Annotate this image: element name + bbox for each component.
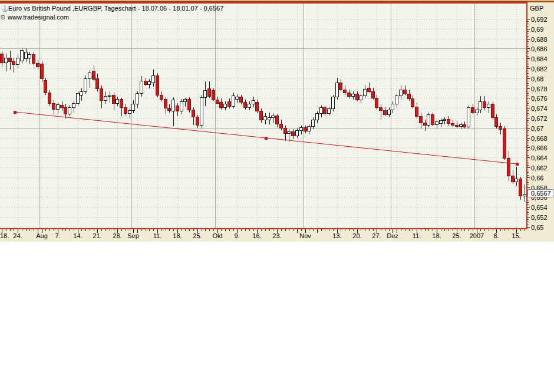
candle-down	[431, 115, 434, 125]
last-price-marker: 0,6567	[527, 190, 553, 197]
x-axis-label: Aug	[36, 232, 48, 239]
candle-up	[25, 52, 28, 59]
candle-up	[360, 96, 362, 100]
candle-up	[352, 94, 355, 97]
trendline-handle[interactable]	[516, 163, 519, 166]
candle-up	[479, 102, 482, 110]
candle-down	[507, 159, 510, 176]
candle-down	[384, 111, 387, 115]
x-axis-label: 18.	[432, 232, 441, 239]
last-price-label: 0,6567	[531, 190, 551, 197]
candle-up	[136, 94, 139, 104]
candle-down	[420, 117, 423, 123]
candle-up	[395, 96, 398, 104]
candle-down	[356, 94, 359, 100]
candle-up	[172, 100, 175, 111]
candle-up	[68, 108, 71, 114]
y-axis-label: 0,684	[531, 55, 548, 62]
candle-up	[148, 82, 151, 85]
plot-area[interactable]	[0, 2, 526, 228]
candle-up	[328, 109, 331, 114]
currency-label: GBP	[530, 5, 543, 12]
candle-down	[32, 55, 35, 64]
x-axis-label: 7.	[55, 232, 60, 239]
candle-down	[208, 89, 211, 97]
vendor-link[interactable]: www.tradesignal.com	[7, 14, 69, 21]
candle-down	[280, 124, 283, 129]
trendline-handle[interactable]	[14, 111, 17, 114]
candle-down	[499, 127, 502, 130]
candle-up	[487, 104, 490, 108]
candle-up	[252, 101, 255, 104]
candle-down	[411, 99, 414, 107]
candle-down	[348, 93, 351, 97]
candle-down	[375, 98, 378, 108]
candle-down	[48, 93, 51, 104]
candle-down	[380, 108, 382, 111]
x-axis-label: Dez	[387, 232, 398, 239]
candle-down	[503, 129, 506, 159]
candle-down	[404, 90, 407, 94]
candle-up	[5, 58, 8, 63]
y-axis-label: 0,68	[531, 75, 543, 83]
candle-down	[339, 83, 342, 90]
candle-up	[21, 51, 24, 61]
candle-up	[443, 120, 446, 121]
candle-down	[495, 118, 498, 127]
x-axis-label: 8.	[493, 232, 499, 239]
candle-up	[152, 76, 155, 83]
y-axis-label: 0,676	[531, 95, 548, 102]
candle-up	[332, 97, 335, 109]
candle-up	[460, 125, 463, 127]
candle-up	[288, 132, 291, 134]
candle-up	[391, 104, 394, 110]
candle-down	[408, 94, 411, 99]
candle-up	[515, 179, 518, 182]
x-axis-label: Nov	[299, 232, 311, 239]
candle-down	[37, 64, 39, 67]
candle-down	[519, 179, 522, 196]
candle-up	[436, 122, 438, 125]
candle-down	[93, 71, 95, 80]
x-axis-label: 20.	[352, 232, 361, 239]
candle-up	[316, 114, 319, 120]
trendline-handle[interactable]	[265, 137, 268, 140]
candle-up	[17, 58, 19, 65]
candle-up	[232, 96, 235, 107]
x-axis-label: 25.	[193, 232, 202, 239]
candle-down	[12, 62, 15, 65]
candle-down	[256, 103, 259, 111]
y-axis-label: 0,652	[531, 214, 548, 221]
candle-up	[200, 98, 203, 126]
candle-down	[471, 108, 474, 113]
candle-down	[120, 100, 123, 108]
x-axis-label: Sep	[127, 232, 139, 239]
y-axis-label: 0,668	[531, 135, 548, 142]
candle-up	[108, 95, 111, 97]
candle-down	[164, 100, 167, 108]
candle-up	[88, 73, 91, 79]
candle-down	[96, 79, 99, 89]
candle-down	[168, 108, 171, 111]
candle-up	[320, 108, 323, 114]
x-axis-label: 21.	[93, 232, 101, 239]
candle-up	[72, 104, 75, 108]
chart-title: Euro vs British Pound ,EURGBP, Tageschar…	[8, 5, 223, 12]
x-axis-label: Okt	[212, 232, 222, 239]
x-axis-label: 18.	[173, 232, 182, 239]
candle-up	[77, 94, 80, 104]
x-axis-label: 13.	[332, 232, 341, 239]
x-axis-label: 24.	[13, 232, 22, 239]
candle-up	[388, 110, 391, 115]
y-axis-label: 0,686	[531, 45, 548, 52]
candle-up	[224, 104, 227, 108]
candle-up	[132, 104, 135, 111]
chart-window: 0,6920,690,6880,6860,6840,6820,680,6780,…	[0, 0, 554, 242]
candle-down	[372, 92, 375, 98]
candle-down	[216, 100, 219, 104]
candle-down	[220, 103, 223, 108]
candle-up	[312, 120, 315, 127]
candle-up	[128, 111, 131, 114]
candle-down	[324, 108, 327, 114]
candle-down	[160, 95, 163, 100]
